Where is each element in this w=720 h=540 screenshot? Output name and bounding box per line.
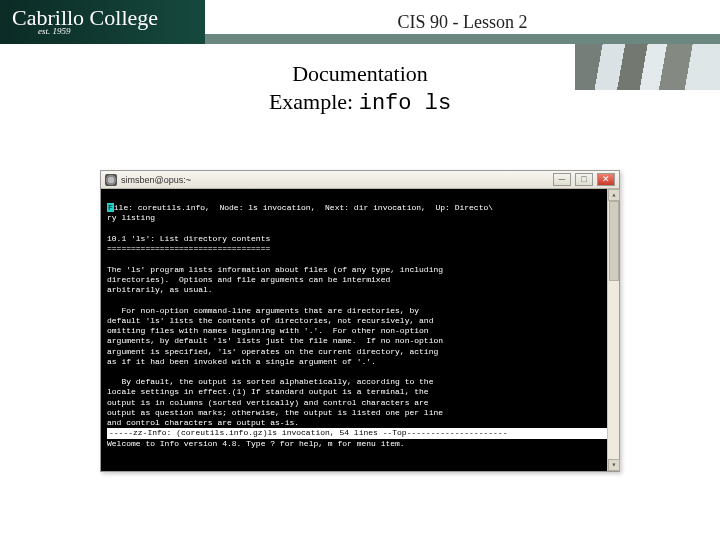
course-title: CIS 90 - Lesson 2 (205, 12, 720, 33)
terminal-app-icon (105, 174, 117, 186)
subtitle-command: info ls (359, 91, 451, 116)
subtitle-label: Example: (269, 89, 359, 114)
maximize-button[interactable]: □ (575, 173, 593, 186)
info-body-text: 10.1 'ls': List directory contents =====… (107, 234, 443, 427)
info-header-line: File: coreutils.info, Node: ls invocatio… (107, 203, 493, 212)
subtitle-line1: Documentation (0, 60, 720, 88)
scroll-thumb[interactable] (609, 201, 619, 281)
info-header-line-2: ry listing (107, 213, 155, 222)
terminal-body[interactable]: File: coreutils.info, Node: ls invocatio… (101, 189, 619, 471)
logo-text: Cabrillo College (12, 9, 205, 27)
scroll-up-arrow[interactable]: ▴ (608, 189, 620, 201)
scroll-down-arrow[interactable]: ▾ (608, 459, 620, 471)
info-help-line: Welcome to Info version 4.8. Type ? for … (107, 439, 405, 448)
page-header: Cabrillo College est. 1959 CIS 90 - Less… (0, 0, 720, 44)
info-status-line: -----zz-Info: (coreutils.info.gz)ls invo… (107, 428, 613, 438)
cursor-highlight: F (107, 203, 114, 212)
close-button[interactable]: ✕ (597, 173, 615, 186)
header-accent-strip (205, 34, 720, 44)
terminal-scrollbar[interactable]: ▴ ▾ (607, 189, 619, 471)
subtitle-line2: Example: info ls (0, 88, 720, 118)
terminal-titlebar[interactable]: simsben@opus:~ ─ □ ✕ (101, 171, 619, 189)
slide-subtitle: Documentation Example: info ls (0, 60, 720, 117)
minimize-button[interactable]: ─ (553, 173, 571, 186)
college-logo: Cabrillo College est. 1959 (0, 0, 205, 44)
terminal-window: simsben@opus:~ ─ □ ✕ File: coreutils.inf… (100, 170, 620, 472)
logo-est: est. 1959 (38, 28, 205, 35)
terminal-title: simsben@opus:~ (121, 175, 549, 185)
